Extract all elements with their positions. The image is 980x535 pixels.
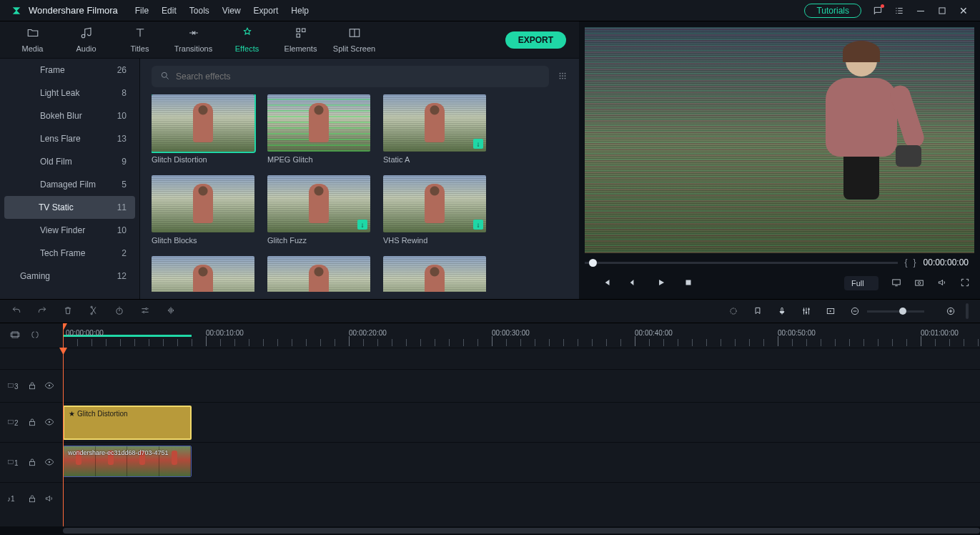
zoom-in-button[interactable]: [946, 306, 956, 316]
tab-audio[interactable]: Audio: [59, 21, 113, 59]
mark-out-icon[interactable]: }: [914, 257, 916, 268]
adjustments-button[interactable]: [140, 305, 150, 318]
speed-button[interactable]: [114, 305, 124, 318]
visibility-icon[interactable]: [44, 381, 54, 392]
tutorials-button[interactable]: Tutorials: [804, 4, 861, 18]
zoom-slider[interactable]: [867, 310, 924, 313]
sidebar-item-light-leak[interactable]: Light Leak8: [0, 82, 139, 104]
timeline-ruler[interactable]: 00:00:00:00 00:00:10:00 00:00:20:00 00:0…: [63, 323, 980, 348]
lock-icon[interactable]: [27, 381, 37, 392]
color-button[interactable]: [728, 306, 738, 316]
step-back-button[interactable]: [602, 278, 612, 290]
effect-thumb-1[interactable]: MPEG Glitch: [267, 94, 370, 164]
window-maximize-button[interactable]: [937, 6, 947, 16]
grid-view-icon[interactable]: [558, 71, 568, 83]
render-button[interactable]: [826, 306, 836, 316]
track-head-audio1[interactable]: ♪1: [0, 482, 63, 515]
track-row-spacer[interactable]: [63, 348, 980, 369]
track-row-video3[interactable]: [63, 369, 980, 402]
track-row-audio1[interactable]: [63, 482, 980, 515]
sidebar-item-old-film[interactable]: Old Film9: [0, 150, 139, 173]
svg-point-24: [731, 308, 736, 314]
effect-thumb-2[interactable]: Static A: [383, 94, 486, 164]
tab-media[interactable]: Media: [6, 21, 59, 59]
sidebar-item-damaged-film[interactable]: Damaged Film5: [0, 173, 139, 196]
redo-button[interactable]: [37, 305, 47, 318]
preview-scrubber[interactable]: {} 00:00:00:00: [585, 256, 974, 269]
timeline-options-icon[interactable]: [10, 330, 20, 342]
play-button[interactable]: [656, 278, 666, 290]
menu-tools[interactable]: Tools: [189, 6, 209, 16]
delete-button[interactable]: [63, 305, 73, 318]
tab-transitions[interactable]: Transitions: [167, 21, 220, 59]
lock-icon[interactable]: [27, 494, 37, 505]
mark-in-icon[interactable]: {: [905, 257, 908, 268]
effect-thumb-4[interactable]: Glitch Fuzz: [267, 175, 370, 245]
mute-icon[interactable]: [44, 494, 54, 505]
track-head-video3[interactable]: 3: [0, 369, 63, 402]
visibility-icon[interactable]: [44, 417, 54, 428]
tab-splitscreen[interactable]: Split Screen: [327, 21, 381, 59]
clip-video-main[interactable]: wondershare-ec31dd68-d703-4751: [63, 446, 192, 477]
undo-button[interactable]: [11, 305, 21, 318]
snapshot-icon[interactable]: [914, 278, 924, 290]
preview-viewport[interactable]: [585, 27, 974, 253]
zoom-out-button[interactable]: [850, 306, 860, 316]
split-button[interactable]: [89, 305, 99, 318]
effect-thumb-3[interactable]: Glitch Blocks: [152, 175, 254, 245]
playhead-line[interactable]: [63, 348, 64, 526]
marker-button[interactable]: [753, 306, 763, 316]
export-button[interactable]: EXPORT: [505, 31, 566, 49]
effect-thumb-5[interactable]: VHS Rewind: [383, 175, 486, 245]
tab-effects[interactable]: Effects: [220, 21, 274, 59]
effect-thumb-7[interactable]: [267, 256, 370, 292]
sidebar-item-frame[interactable]: Frame26: [0, 59, 139, 82]
volume-icon[interactable]: [937, 278, 947, 290]
tab-elements[interactable]: Elements: [274, 21, 327, 59]
sidebar-item-tech-frame[interactable]: Tech Frame2: [0, 242, 139, 265]
track-head-video1[interactable]: 1: [0, 442, 63, 482]
svg-point-36: [49, 384, 50, 386]
effect-thumb-8[interactable]: [383, 256, 486, 292]
menu-export[interactable]: Export: [254, 6, 279, 16]
tasks-icon[interactable]: [894, 6, 904, 16]
effect-thumb-0[interactable]: Glitch Distortion: [152, 94, 254, 164]
sidebar-item-view-finder[interactable]: View Finder10: [0, 219, 139, 242]
sidebar-item-bokeh-blur[interactable]: Bokeh Blur10: [0, 104, 139, 127]
audio-button[interactable]: [166, 305, 176, 318]
effects-search-box[interactable]: [152, 66, 549, 87]
sidebar-item-lens-flare[interactable]: Lens Flare13: [0, 127, 139, 150]
toolbar-divider: [966, 303, 969, 319]
display-settings-icon[interactable]: [891, 278, 901, 290]
snap-icon[interactable]: [30, 330, 40, 342]
visibility-icon[interactable]: [44, 457, 54, 468]
menu-file[interactable]: File: [135, 6, 149, 16]
track-label: 3: [7, 382, 20, 391]
svg-rect-43: [30, 498, 35, 501]
sidebar-item-tv-static[interactable]: TV Static11: [4, 196, 135, 219]
menu-view[interactable]: View: [222, 6, 241, 16]
mixer-button[interactable]: [801, 306, 811, 316]
tab-titles[interactable]: Titles: [113, 21, 167, 59]
stop-button[interactable]: [683, 278, 693, 290]
frame-back-button[interactable]: [629, 278, 639, 290]
menu-help[interactable]: Help: [291, 6, 309, 16]
notifications-icon[interactable]: [873, 6, 883, 16]
lock-icon[interactable]: [27, 457, 37, 468]
effects-search-input[interactable]: [176, 72, 540, 82]
menu-edit[interactable]: Edit: [162, 6, 177, 16]
window-close-button[interactable]: ✕: [959, 6, 969, 16]
track-row-video1[interactable]: wondershare-ec31dd68-d703-4751: [63, 442, 980, 482]
voiceover-button[interactable]: [777, 306, 787, 316]
lock-icon[interactable]: [27, 417, 37, 428]
fullscreen-icon[interactable]: [960, 278, 970, 290]
clip-effect-glitch[interactable]: ★Glitch Distortion: [63, 406, 192, 440]
sidebar-item-gaming[interactable]: Gaming12: [0, 265, 139, 288]
effect-thumb-6[interactable]: [152, 256, 254, 292]
track-head-video2[interactable]: 2: [0, 402, 63, 442]
playhead[interactable]: [63, 323, 64, 348]
track-row-video2[interactable]: ★Glitch Distortion: [63, 402, 980, 442]
window-minimize-button[interactable]: ─: [916, 6, 926, 16]
timeline-scrollbar[interactable]: [0, 526, 980, 535]
preview-quality-select[interactable]: Full: [844, 276, 878, 290]
